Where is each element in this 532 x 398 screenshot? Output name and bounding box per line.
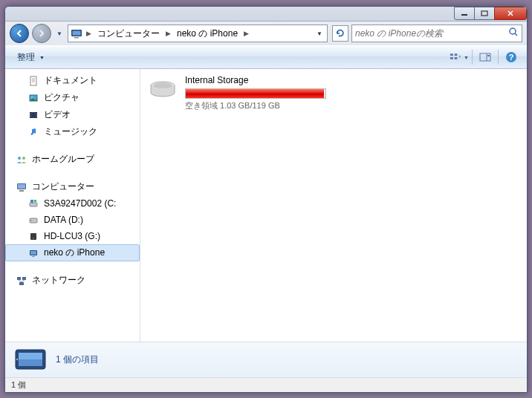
sidebar-item-label: コンピューター [32,180,94,193]
sidebar-computer[interactable]: コンピューター [5,178,140,195]
device-icon [27,247,39,259]
sidebar-item-label: neko の iPhone [44,247,105,259]
back-button[interactable] [10,24,29,43]
sidebar-network[interactable]: ネットワーク [5,272,140,289]
svg-rect-4 [74,37,79,39]
svg-rect-13 [487,55,490,56]
sidebar-item-documents[interactable]: ドキュメント [5,72,140,89]
toolbar: 整理 ▼ ▼ ? [5,45,527,69]
svg-line-49 [19,280,22,282]
preview-pane-button[interactable] [476,48,495,66]
refresh-button[interactable] [332,25,348,42]
body: ドキュメント ピクチャ ビデオ ミュージック ホームグループ [5,69,527,342]
sidebar-item-drive-g[interactable]: HD-LCU3 (G:) [5,228,140,244]
svg-rect-0 [461,14,467,16]
svg-rect-36 [30,203,37,206]
svg-rect-48 [19,282,24,285]
view-options-button[interactable]: ▼ [450,48,469,66]
tree-spacer [5,140,140,151]
svg-line-50 [22,280,25,282]
sidebar-item-drive-c[interactable]: S3A9247D002 (C: [5,195,140,212]
svg-point-30 [36,116,37,117]
storage-usage-fill [186,89,324,98]
sidebar-item-label: ホームグループ [32,153,94,166]
storage-item[interactable]: Internal Storage 空き領域 1.03 GB/119 GB [148,75,519,111]
sidebar-item-videos[interactable]: ビデオ [5,106,140,123]
svg-rect-44 [30,251,36,255]
sidebar[interactable]: ドキュメント ピクチャ ビデオ ミュージック ホームグループ [5,69,140,342]
svg-point-5 [510,28,516,34]
svg-rect-3 [73,31,81,36]
svg-point-21 [31,97,33,98]
svg-point-28 [36,113,37,114]
svg-rect-38 [34,200,36,202]
svg-rect-9 [455,53,458,56]
sidebar-item-pictures[interactable]: ピクチャ [5,89,140,106]
svg-point-56 [16,358,18,359]
breadcrumb-sep-root[interactable]: ▶ [85,25,93,42]
svg-rect-46 [17,277,21,280]
sidebar-item-label: ピクチャ [44,91,80,104]
network-icon [16,275,27,287]
status-bar: 1 個 [5,377,527,392]
svg-point-25 [30,113,31,114]
breadcrumb-device[interactable]: neko の iPhone [174,25,241,42]
help-button[interactable]: ? [502,48,521,66]
storage-name: Internal Storage [185,75,519,85]
sidebar-item-label: HD-LCU3 (G:) [44,231,100,241]
sidebar-item-iphone[interactable]: neko の iPhone [5,244,140,261]
search-icon[interactable] [508,27,519,40]
svg-point-29 [36,114,37,115]
status-text: 1 個 [11,379,26,391]
sidebar-item-drive-d[interactable]: DATA (D:) [5,212,140,228]
svg-rect-10 [455,57,458,59]
details-count: 1 個の項目 [56,353,99,366]
close-button[interactable] [494,7,527,20]
search-box[interactable] [351,25,522,42]
toolbar-separator [498,50,499,65]
svg-point-26 [30,114,31,115]
titlebar[interactable] [5,7,527,22]
sidebar-homegroup[interactable]: ホームグループ [5,151,140,168]
svg-rect-37 [30,200,33,203]
svg-rect-35 [19,190,24,192]
svg-rect-8 [450,57,453,59]
sidebar-item-music[interactable]: ミュージック [5,123,140,140]
svg-line-6 [515,33,517,36]
organize-label: 整理 [17,51,35,64]
tree-spacer [5,168,140,178]
storage-usage-bar [185,88,326,99]
main-content[interactable]: Internal Storage 空き領域 1.03 GB/119 GB [140,69,527,342]
sidebar-item-label: DATA (D:) [44,215,83,225]
minimize-button[interactable] [454,7,475,20]
svg-point-32 [22,157,25,160]
organize-button[interactable]: 整理 ▼ [11,49,51,66]
nav-row: ▼ ▶ コンピューター ▶ neko の iPhone ▶ ▼ [5,22,527,45]
sidebar-item-label: ビデオ [44,108,71,121]
sidebar-item-label: S3A9247D002 (C: [44,198,116,209]
forward-button[interactable] [32,24,51,43]
sidebar-item-label: ネットワーク [32,274,85,287]
chevron-down-icon: ▼ [464,55,469,60]
storage-info: Internal Storage 空き領域 1.03 GB/119 GB [185,75,519,111]
svg-point-42 [33,238,34,239]
svg-rect-7 [450,53,453,56]
svg-rect-45 [32,256,35,257]
breadcrumb-computer[interactable]: コンピューター [94,25,163,42]
search-input[interactable] [355,28,508,39]
breadcrumb-sep-2[interactable]: ▶ [242,25,250,42]
hdd-external-icon [27,230,39,242]
maximize-button[interactable] [474,7,495,20]
address-bar[interactable]: ▶ コンピューター ▶ neko の iPhone ▶ ▼ [68,25,328,42]
svg-rect-55 [19,353,42,359]
details-pane: 1 個の項目 [5,342,527,377]
breadcrumb-sep-1[interactable]: ▶ [164,25,172,42]
chevron-down-icon: ▼ [39,55,45,60]
document-icon [27,75,39,87]
picture-icon [27,92,39,104]
svg-text:?: ? [509,53,514,62]
explorer-window: ▼ ▶ コンピューター ▶ neko の iPhone ▶ ▼ 整理 ▼ [4,6,528,393]
address-dropdown[interactable]: ▼ [314,25,325,42]
svg-point-27 [30,116,31,117]
nav-history-dropdown[interactable]: ▼ [54,27,65,40]
